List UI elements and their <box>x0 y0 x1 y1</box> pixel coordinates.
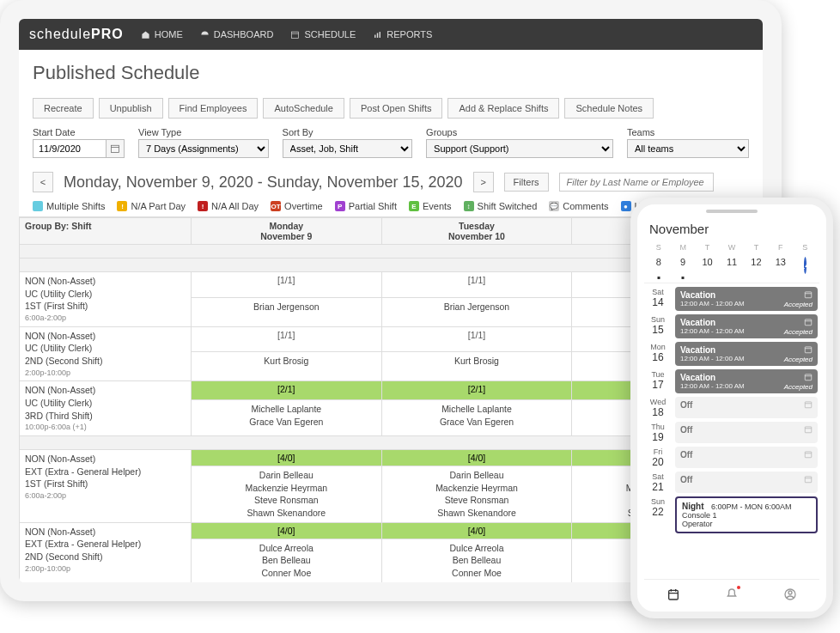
sort-by-label: Sort By <box>283 127 413 137</box>
event-row[interactable]: Fri20Off <box>646 447 818 468</box>
event-row[interactable]: Tue17Vacation12:00 AM - 12:00 AMAccepted <box>646 369 818 393</box>
shift-names[interactable]: Darin BelleauMackenzie HeyrmanSteve Rons… <box>192 466 382 522</box>
weekday: S <box>794 243 816 252</box>
shift-count: [2/1] <box>192 381 382 400</box>
sort-by-select[interactable]: Asset, Job, Shift <box>283 139 413 158</box>
calendar-icon[interactable] <box>106 139 125 158</box>
calendar-icon <box>804 425 813 435</box>
employee-search-input[interactable] <box>559 173 714 192</box>
view-type-select[interactable]: 7 Days (Assignments) <box>138 139 269 158</box>
shift-names[interactable]: Dulce ArreolaBen BelleauConner MoeMatthe… <box>192 539 382 582</box>
day-cell[interactable]: 9 <box>672 257 693 274</box>
day-header: TuesdayNovember 10 <box>381 218 572 245</box>
tab-calendar-icon[interactable] <box>667 587 680 604</box>
action-post-open-shifts[interactable]: Post Open Shifts <box>350 98 443 119</box>
svg-point-28 <box>788 591 792 594</box>
weekday: W <box>721 243 742 252</box>
date-range-row: < Monday, November 9, 2020 - Sunday, Nov… <box>19 167 763 198</box>
shift-info-cell: NON (Non-Asset)UC (Utility Clerk)3RD (Th… <box>20 381 192 436</box>
filters-button[interactable]: Filters <box>504 173 549 192</box>
shift-names[interactable]: Brian Jergenson <box>192 297 382 326</box>
calendar-icon <box>804 290 813 301</box>
svg-rect-19 <box>805 452 812 458</box>
shift-names[interactable]: Dulce ArreolaBen BelleauConner MoeMatthe… <box>381 539 572 582</box>
shift-info-cell: NON (Non-Asset)UC (Utility Clerk)1ST (Fi… <box>20 272 192 327</box>
calendar-icon <box>804 318 813 328</box>
action-recreate[interactable]: Recreate <box>33 98 94 119</box>
day-header: MondayNovember 9 <box>192 218 382 245</box>
event-row[interactable]: Sat14Vacation12:00 AM - 12:00 AMAccepted <box>646 287 818 311</box>
shift-names[interactable]: Michelle LaplanteGrace Van Egeren <box>192 400 382 436</box>
legend-item: PPartial Shift <box>335 201 397 211</box>
phone-notch <box>706 210 758 213</box>
legend-item: 💬Comments <box>549 201 608 211</box>
action-autoschedule[interactable]: AutoSchedule <box>263 98 344 119</box>
nav-reports[interactable]: REPORTS <box>373 29 432 40</box>
shift-info-cell: NON (Non-Asset)EXT (Extra - General Help… <box>20 449 192 522</box>
top-nav: schedulePRO HOME DASHBOARD SCHEDULE REPO… <box>19 19 763 50</box>
day-cell[interactable]: 14 <box>794 257 816 274</box>
action-add-replace-shifts[interactable]: Add & Replace Shifts <box>447 98 559 119</box>
day-cell[interactable]: 12 <box>746 257 767 274</box>
event-row[interactable]: Sat21Off <box>646 472 818 493</box>
action-find-employees[interactable]: Find Employees <box>168 98 259 119</box>
phone-tabbar <box>644 579 819 612</box>
legend-item: OTOvertime <box>271 201 323 211</box>
event-list[interactable]: Sat14Vacation12:00 AM - 12:00 AMAccepted… <box>644 283 819 579</box>
start-date-input[interactable] <box>33 139 107 158</box>
event-row[interactable]: Mon16Vacation12:00 AM - 12:00 AMAccepted <box>646 342 818 366</box>
weekday: T <box>697 243 718 252</box>
groups-label: Groups <box>426 127 613 137</box>
svg-rect-9 <box>805 320 812 326</box>
event-row[interactable]: Thu19Off <box>646 422 818 443</box>
nav-dashboard[interactable]: DASHBOARD <box>200 29 274 40</box>
shift-count: [4/0] <box>192 449 382 466</box>
teams-select[interactable]: All teams <box>627 139 749 158</box>
day-cell[interactable]: 10 <box>697 257 718 274</box>
event-row[interactable]: Sun22Night 6:00PM - MON 6:00AMConsole 1O… <box>646 496 818 533</box>
phone-frame: November SMTWTFS 891011121314 Sat14Vacat… <box>630 198 833 618</box>
calendar-icon <box>804 373 813 383</box>
brand-logo: schedulePRO <box>29 27 124 42</box>
filter-row: Start Date View Type 7 Days (Assignments… <box>19 127 763 167</box>
nav-schedule[interactable]: SCHEDULE <box>290 29 356 40</box>
svg-rect-13 <box>805 374 812 380</box>
day-cell[interactable]: 8 <box>648 257 669 274</box>
view-type-label: View Type <box>138 127 269 137</box>
svg-rect-15 <box>805 402 812 408</box>
legend-item: !N/A Part Day <box>117 201 186 211</box>
action-bar: RecreateUnpublishFind EmployeesAutoSched… <box>19 98 763 127</box>
groups-select[interactable]: Support (Support) <box>426 139 613 158</box>
phone-screen: November SMTWTFS 891011121314 Sat14Vacat… <box>637 204 826 612</box>
start-date-label: Start Date <box>33 127 125 137</box>
action-unpublish[interactable]: Unpublish <box>99 98 163 119</box>
event-row[interactable]: Wed18Off <box>646 397 818 418</box>
shift-count: [2/1] <box>381 381 572 400</box>
event-row[interactable]: Sun15Vacation12:00 AM - 12:00 AMAccepted <box>646 314 818 338</box>
prev-week-button[interactable]: < <box>33 172 53 192</box>
legend-item: ↕Shift Switched <box>464 201 538 211</box>
svg-rect-23 <box>669 590 679 600</box>
date-range-text: Monday, November 9, 2020 - Sunday, Novem… <box>64 173 463 192</box>
shift-count: [1/1] <box>192 272 382 298</box>
shift-names[interactable]: Brian Jergenson <box>381 297 572 326</box>
teams-label: Teams <box>627 127 749 137</box>
legend-item: EEvents <box>409 201 452 211</box>
svg-rect-21 <box>805 477 812 483</box>
legend-item: !N/A All Day <box>198 201 259 211</box>
next-week-button[interactable]: > <box>473 172 494 192</box>
action-schedule-notes[interactable]: Schedule Notes <box>564 98 654 119</box>
shift-names[interactable]: Michelle LaplanteGrace Van Egeren <box>381 400 572 436</box>
shift-names[interactable]: Kurt Brosig <box>192 352 382 381</box>
tab-notifications-icon[interactable] <box>725 587 739 604</box>
day-cell[interactable]: 13 <box>770 257 791 274</box>
calendar-icon <box>804 475 813 485</box>
day-cell[interactable]: 11 <box>721 257 742 274</box>
tab-profile-icon[interactable] <box>783 587 797 604</box>
shift-names[interactable]: Kurt Brosig <box>381 352 572 381</box>
month-label: November <box>644 213 819 241</box>
weekday: S <box>648 243 669 252</box>
page-title: Published Schedule <box>19 50 763 98</box>
nav-home[interactable]: HOME <box>141 29 183 40</box>
shift-names[interactable]: Darin BelleauMackenzie HeyrmanSteve Rons… <box>381 466 572 522</box>
